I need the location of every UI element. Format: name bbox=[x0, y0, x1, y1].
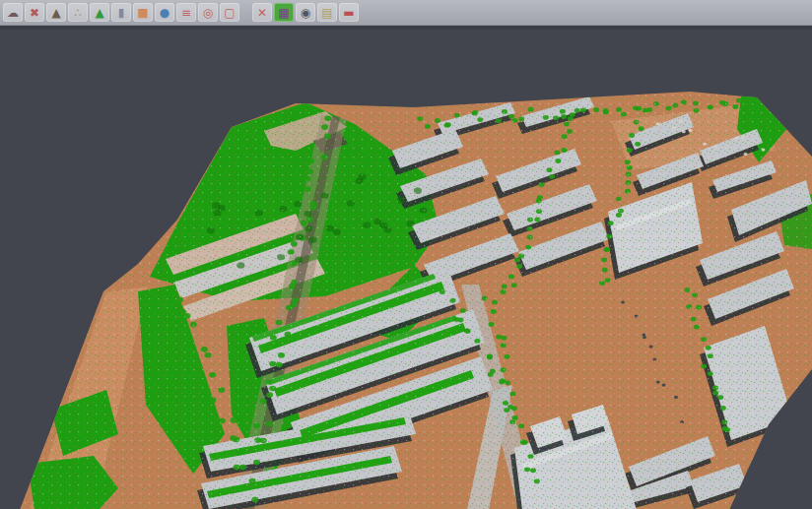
globe-icon[interactable]: ● bbox=[155, 3, 174, 22]
red-stripes-icon[interactable]: ▬ bbox=[339, 3, 359, 22]
toolbar-icon: ▲ bbox=[51, 7, 60, 19]
toolbar-icon: ▮ bbox=[118, 7, 125, 19]
toolbar-icon: ∴ bbox=[74, 7, 82, 19]
classification-colors-icon[interactable]: ▦ bbox=[274, 3, 294, 22]
red-list-icon[interactable]: ≡ bbox=[176, 3, 196, 22]
toolbar-icon: ◉ bbox=[301, 7, 310, 19]
dual-arrows-icon[interactable]: ✖ bbox=[25, 3, 44, 22]
column-ruler-icon[interactable]: ▮ bbox=[111, 3, 131, 22]
viewport-3d[interactable] bbox=[0, 30, 812, 509]
toolbar-icon: ▢ bbox=[224, 7, 235, 19]
camera-icon[interactable]: ◉ bbox=[296, 3, 315, 22]
toolbar-icon: ▦ bbox=[278, 7, 289, 19]
point-speckle-overlay bbox=[20, 92, 812, 509]
green-hill-icon[interactable]: ▲ bbox=[90, 3, 109, 22]
cross-grid-icon[interactable]: ✕ bbox=[252, 3, 272, 22]
toolbar-icon: ✕ bbox=[257, 7, 267, 19]
orange-tile-icon[interactable]: ■ bbox=[133, 3, 153, 22]
toolbar-icon: ▲ bbox=[95, 7, 103, 19]
point-cloud-icon[interactable]: ∴ bbox=[68, 3, 88, 22]
toolbar-icon: ✖ bbox=[30, 7, 39, 19]
selection-box-icon[interactable]: ▢ bbox=[220, 3, 239, 22]
toolbar-icon: ▬ bbox=[343, 7, 354, 19]
forest-texture bbox=[162, 213, 169, 219]
clipboard-icon[interactable]: ▤ bbox=[317, 3, 337, 22]
toolbar-icon: ☁ bbox=[7, 7, 19, 19]
point-cloud-scene[interactable] bbox=[0, 30, 812, 509]
toolbar-icon: ▤ bbox=[321, 7, 332, 19]
dark-cloud-icon[interactable]: ☁ bbox=[3, 3, 23, 22]
toolbar-icon: ≡ bbox=[181, 7, 191, 19]
forest-texture bbox=[162, 206, 169, 212]
application-window: ☁ ✖ ▲ ∴ ▲ ▮ ■ bbox=[0, 0, 812, 509]
red-ring-icon[interactable]: ◎ bbox=[198, 3, 218, 22]
toolbar-icon: ■ bbox=[137, 7, 148, 19]
terrain-icon[interactable]: ▲ bbox=[46, 3, 66, 22]
toolbar: ☁ ✖ ▲ ∴ ▲ ▮ ■ bbox=[0, 0, 812, 25]
toolbar-icon: ● bbox=[160, 7, 169, 19]
toolbar-icon: ◎ bbox=[203, 7, 213, 19]
